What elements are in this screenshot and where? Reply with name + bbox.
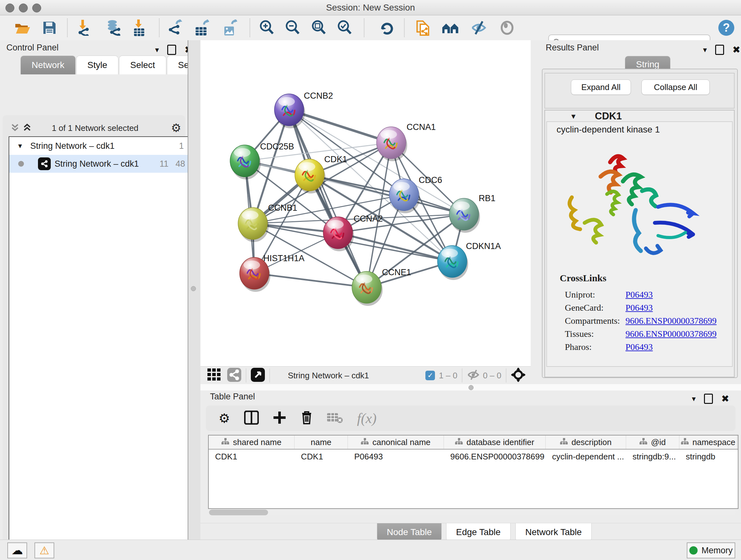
collapse-section-icon[interactable]: ▼: [570, 112, 577, 121]
collapse-all-button[interactable]: Collapse All: [642, 79, 710, 95]
birdseye-view-icon[interactable]: [251, 368, 265, 383]
table-cell[interactable]: CDK1: [294, 452, 348, 462]
node-CCNB2[interactable]: [274, 94, 305, 128]
network-collection-row[interactable]: ▼ String Network – cdk1 1: [9, 137, 190, 155]
table-cell[interactable]: P06493: [348, 452, 444, 462]
help-icon[interactable]: ?: [718, 19, 735, 37]
node-table[interactable]: shared namenamecanonical namedatabase id…: [208, 435, 738, 509]
fit-content-crosshair-icon[interactable]: [511, 368, 526, 383]
crosslink-link[interactable]: P06493: [625, 290, 653, 300]
zoom-selected-icon[interactable]: [336, 19, 354, 37]
crosslink-link[interactable]: P06493: [625, 342, 653, 352]
refresh-icon[interactable]: [378, 19, 396, 37]
grid-view-icon[interactable]: [207, 368, 221, 382]
import-network-file-icon[interactable]: [74, 19, 91, 37]
export-image-icon[interactable]: [221, 19, 239, 37]
network-node-count: 11: [159, 159, 169, 169]
node-CDC25B[interactable]: [230, 145, 261, 179]
node-CCNA2[interactable]: [323, 217, 354, 251]
close-panel-icon[interactable]: ✖: [732, 45, 740, 55]
show-all-icon[interactable]: [498, 19, 516, 37]
mapped-column-icon: [455, 437, 463, 447]
control-panel-splitter[interactable]: [188, 40, 201, 540]
node-CCNE1[interactable]: [352, 271, 383, 306]
function-builder-icon[interactable]: f(x): [357, 410, 377, 427]
column-label: canonical name: [373, 437, 430, 447]
toolbar-separator: [67, 18, 68, 37]
column-header-shared-name[interactable]: shared name: [209, 435, 294, 449]
collapse-collection-icon[interactable]: ▼: [17, 142, 23, 150]
memory-button[interactable]: Memory: [687, 543, 735, 558]
tab-network[interactable]: Network: [20, 56, 76, 74]
tab-edge-table[interactable]: Edge Table: [446, 523, 511, 542]
cloud-status-button[interactable]: ☁: [7, 543, 27, 558]
crosslink-link[interactable]: 9606.ENSP00000378699: [625, 316, 717, 326]
network-view-mode-icon[interactable]: [227, 368, 241, 383]
table-horizontal-scrollbar[interactable]: [209, 509, 736, 515]
export-network-icon[interactable]: [167, 19, 185, 37]
crosslink-link[interactable]: 9606.ENSP00000378699: [625, 329, 717, 339]
selected-checkbox-icon[interactable]: ✓: [425, 371, 435, 380]
splitter-handle[interactable]: [191, 286, 196, 291]
delete-table-icon[interactable]: [327, 412, 343, 425]
zoom-in-icon[interactable]: [258, 19, 276, 37]
copy-network-icon[interactable]: [414, 19, 432, 37]
edge-HIST1H1A-CCNE1[interactable]: [254, 273, 367, 287]
float-panel-icon[interactable]: [704, 394, 713, 404]
node-CDK1[interactable]: [295, 159, 326, 193]
table-scrollbar-thumb[interactable]: [209, 509, 268, 515]
table-cell[interactable]: stringdb:9...: [626, 452, 679, 462]
crosslink-link[interactable]: P06493: [625, 303, 653, 313]
column-header-@id[interactable]: @id: [626, 435, 679, 449]
selected-count: 1 – 0: [439, 371, 457, 381]
string-network-graph[interactable]: CCNB2CCNA1CDC25BCDK1CDC6RB1CCNB1CCNA2CDK…: [200, 40, 531, 366]
open-session-icon[interactable]: [13, 19, 31, 37]
tab-select[interactable]: Select: [119, 56, 166, 74]
node-label: HIST1H1A: [263, 253, 305, 263]
close-panel-icon[interactable]: ✖: [721, 394, 729, 403]
hide-selected-icon[interactable]: [470, 19, 488, 37]
warnings-button[interactable]: ⚠: [35, 543, 54, 558]
node-CDKN1A[interactable]: [437, 246, 468, 280]
tab-network-table[interactable]: Network Table: [515, 523, 592, 542]
delete-column-icon[interactable]: [300, 410, 313, 426]
table-cell[interactable]: 9606.ENSP00000378699: [444, 452, 546, 462]
panel-menu-icon[interactable]: ▾: [692, 395, 696, 402]
import-network-database-icon[interactable]: [105, 19, 122, 37]
zoom-fit-icon[interactable]: [310, 19, 328, 37]
float-panel-icon[interactable]: [167, 45, 176, 55]
column-header-name[interactable]: name: [294, 435, 348, 449]
hidden-eye-icon[interactable]: [467, 369, 480, 381]
node-label: CCNA2: [354, 214, 383, 224]
expand-all-button[interactable]: Expand All: [571, 79, 631, 95]
tab-style[interactable]: Style: [76, 56, 118, 74]
float-panel-icon[interactable]: [715, 45, 724, 55]
network-row[interactable]: String Network – cdk1 11 48: [9, 155, 190, 173]
network-options-gear-icon[interactable]: ⚙: [171, 121, 181, 135]
first-neighbors-icon[interactable]: [441, 19, 459, 37]
column-header-canonical-name[interactable]: canonical name: [348, 435, 444, 449]
column-header-description[interactable]: description: [546, 435, 626, 449]
node-CCNA1[interactable]: [377, 127, 407, 161]
node-CDC6[interactable]: [389, 179, 420, 213]
splitter-handle[interactable]: [468, 385, 474, 390]
network-view-canvas[interactable]: CCNB2CCNA1CDC25BCDK1CDC6RB1CCNB1CCNA2CDK…: [200, 40, 531, 366]
table-cell[interactable]: stringdb: [679, 452, 737, 462]
save-session-icon[interactable]: [41, 19, 58, 37]
table-settings-gear-icon[interactable]: ⚙: [219, 412, 230, 425]
import-table-icon[interactable]: [130, 19, 148, 37]
show-columns-icon[interactable]: [244, 411, 259, 426]
panel-menu-icon[interactable]: ▾: [703, 46, 707, 54]
create-column-icon[interactable]: [273, 411, 286, 426]
table-cell[interactable]: cyclin-dependent ...: [546, 452, 626, 462]
export-table-icon[interactable]: [193, 19, 211, 37]
panel-menu-icon[interactable]: ▾: [155, 46, 159, 54]
zoom-out-icon[interactable]: [284, 19, 301, 37]
node-RB1[interactable]: [449, 198, 480, 233]
table-row[interactable]: CDK1CDK1P064939606.ENSP00000378699cyclin…: [209, 449, 738, 463]
column-header-namespace[interactable]: namespace: [679, 435, 737, 449]
table-cell[interactable]: CDK1: [209, 452, 294, 462]
tab-node-table[interactable]: Node Table: [377, 523, 442, 542]
table-panel-splitter[interactable]: [200, 384, 741, 390]
column-header-database-identifier[interactable]: database identifier: [444, 435, 546, 449]
